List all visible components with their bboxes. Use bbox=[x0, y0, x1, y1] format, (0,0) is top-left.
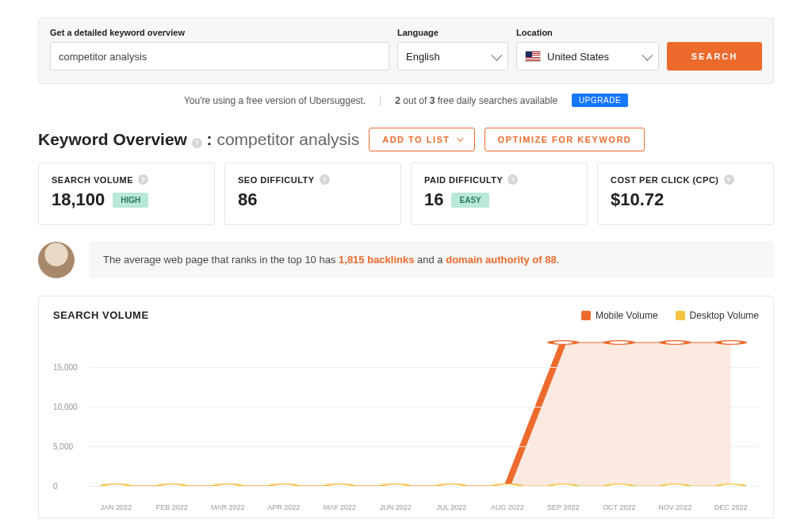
x-tick-label: JUN 2022 bbox=[368, 503, 424, 511]
tip-message: The average web page that ranks in the t… bbox=[89, 241, 774, 278]
metric-label: COST PER CLICK (CPC) ? bbox=[611, 174, 760, 185]
x-tick-label: AUG 2022 bbox=[480, 503, 536, 511]
x-tick-label: APR 2022 bbox=[256, 503, 312, 511]
data-point[interactable] bbox=[662, 341, 688, 345]
keyword-label: Get a detailed keyword overview bbox=[50, 28, 389, 37]
chevron-down-icon bbox=[491, 50, 502, 61]
data-point[interactable] bbox=[718, 341, 744, 345]
chart-title: SEARCH VOLUME bbox=[53, 309, 149, 321]
x-tick-label: MAY 2022 bbox=[312, 503, 368, 511]
metric-label: SEARCH VOLUME ? bbox=[52, 174, 201, 185]
keyword-input[interactable] bbox=[50, 42, 389, 71]
metric-card: SEARCH VOLUME ?18,100HIGH bbox=[38, 163, 215, 225]
chart-x-axis: JAN 2022FEB 2022MAR 2022APR 2022MAY 2022… bbox=[53, 503, 759, 511]
metric-label: PAID DIFFICULTY ? bbox=[424, 174, 574, 185]
notice-quota: 2 out of 3 free daily searches available bbox=[395, 95, 557, 106]
chevron-down-icon bbox=[642, 50, 653, 61]
y-tick-label: 0 bbox=[53, 482, 58, 491]
x-tick-label: FEB 2022 bbox=[144, 503, 201, 511]
x-tick-label: JAN 2022 bbox=[88, 503, 144, 511]
language-select[interactable]: English bbox=[397, 42, 508, 71]
metric-value: 16EASY bbox=[424, 189, 574, 210]
free-version-notice: You're using a free version of Ubersugge… bbox=[0, 84, 812, 117]
help-icon[interactable]: ? bbox=[138, 174, 148, 185]
location-value: United States bbox=[547, 51, 609, 63]
chart-box: SEARCH VOLUME Mobile VolumeDesktop Volum… bbox=[38, 296, 774, 518]
metric-label: SEO DIFFICULTY ? bbox=[238, 174, 388, 185]
location-label: Location bbox=[516, 28, 659, 37]
x-tick-label: SEP 2022 bbox=[535, 503, 592, 511]
avatar bbox=[38, 242, 75, 278]
metric-value: $10.72 bbox=[611, 189, 760, 210]
legend-item: Desktop Volume bbox=[676, 310, 759, 321]
metric-card: SEO DIFFICULTY ?86 bbox=[224, 163, 401, 225]
metric-value: 86 bbox=[238, 189, 388, 210]
metric-pill: HIGH bbox=[113, 193, 148, 208]
help-icon[interactable]: ? bbox=[724, 174, 734, 185]
page-title: Keyword Overview ? : competitor analysis bbox=[38, 130, 359, 149]
help-icon[interactable]: ? bbox=[508, 174, 518, 185]
flag-us-icon bbox=[525, 51, 541, 62]
y-tick-label: 5,000 bbox=[53, 442, 73, 451]
chart-area: 05,00010,00015,000 bbox=[53, 327, 759, 502]
x-tick-label: MAR 2022 bbox=[200, 503, 256, 511]
notice-text: You're using a free version of Ubersugge… bbox=[184, 95, 366, 106]
optimize-keyword-button[interactable]: OPTIMIZE FOR KEYWORD bbox=[485, 128, 645, 151]
y-tick-label: 15,000 bbox=[53, 363, 78, 372]
x-tick-label: OCT 2022 bbox=[592, 503, 648, 511]
language-label: Language bbox=[397, 28, 508, 37]
search-bar: Get a detailed keyword overview Language… bbox=[38, 17, 774, 84]
metric-pill: EASY bbox=[451, 193, 488, 208]
tip-row: The average web page that ranks in the t… bbox=[38, 241, 774, 278]
x-tick-label: JUL 2022 bbox=[423, 503, 480, 511]
x-tick-label: NOV 2022 bbox=[647, 503, 703, 511]
data-point[interactable] bbox=[550, 341, 576, 345]
title-row: Keyword Overview ? : competitor analysis… bbox=[38, 128, 774, 151]
metric-card: COST PER CLICK (CPC) ?$10.72 bbox=[597, 163, 774, 225]
search-button[interactable]: SEARCH bbox=[667, 42, 762, 71]
metric-cards: SEARCH VOLUME ?18,100HIGHSEO DIFFICULTY … bbox=[38, 163, 774, 225]
metric-card: PAID DIFFICULTY ?16EASY bbox=[411, 163, 588, 225]
y-tick-label: 10,000 bbox=[53, 403, 78, 411]
divider bbox=[380, 95, 381, 106]
chart-legend: Mobile VolumeDesktop Volume bbox=[581, 310, 759, 321]
add-to-list-button[interactable]: ADD TO LIST bbox=[369, 128, 474, 151]
location-select[interactable]: United States bbox=[516, 42, 659, 71]
help-icon[interactable]: ? bbox=[192, 138, 202, 148]
chevron-down-icon bbox=[457, 135, 463, 141]
data-point[interactable] bbox=[607, 341, 632, 345]
help-icon[interactable]: ? bbox=[320, 174, 330, 185]
legend-item: Mobile Volume bbox=[581, 310, 658, 321]
metric-value: 18,100HIGH bbox=[52, 189, 201, 210]
upgrade-button[interactable]: UPGRADE bbox=[572, 94, 628, 107]
x-tick-label: DEC 2022 bbox=[703, 503, 760, 511]
language-value: English bbox=[406, 51, 440, 63]
